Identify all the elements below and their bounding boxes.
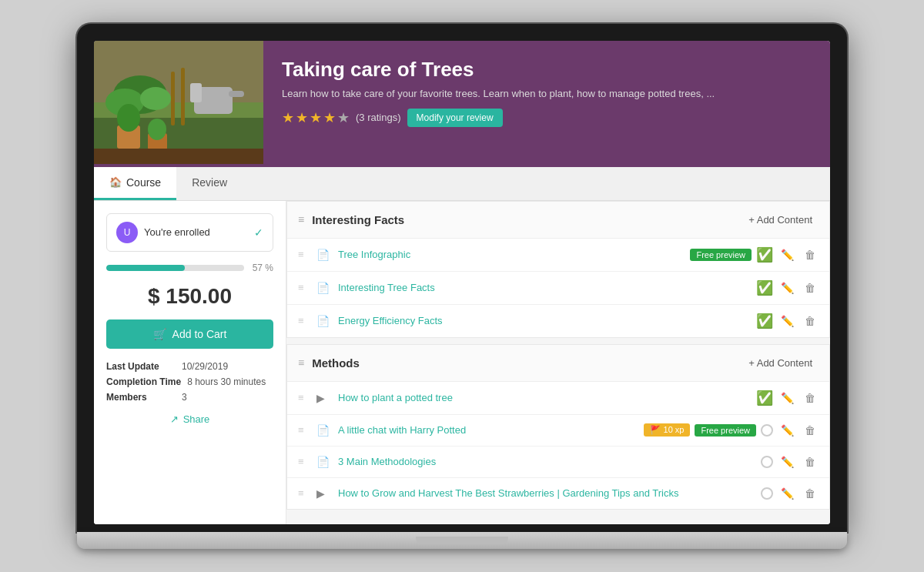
drag-icon[interactable]: ≡ — [298, 487, 310, 499]
progress-bar-track — [106, 265, 244, 271]
drag-icon[interactable]: ≡ — [298, 315, 310, 326]
delete-icon[interactable]: 🗑 — [802, 280, 819, 296]
svg-rect-10 — [181, 68, 185, 125]
content-title-interesting-tree-facts[interactable]: Interesting Tree Facts — [338, 282, 750, 293]
screen: Taking care of Trees Learn how to take c… — [94, 41, 830, 524]
svg-rect-8 — [190, 83, 202, 102]
checkmark-icon: ✓ — [254, 226, 263, 239]
delete-icon[interactable]: 🗑 — [802, 423, 819, 438]
content-actions: 🚩 10 xp Free preview ✏️ 🗑 — [644, 423, 819, 438]
tab-review-label: Review — [192, 176, 227, 189]
meta-members: Members 3 — [106, 392, 273, 403]
list-item: ≡ ▶ How to plant a potted tree ✅ ✏️ 🗑 — [287, 382, 829, 415]
ratings-count: (3 ratings) — [356, 112, 401, 123]
meta-completion-time: Completion Time 8 hours 30 minutes — [106, 376, 273, 387]
drag-icon[interactable]: ≡ — [298, 249, 310, 260]
content-title-tree-infographic[interactable]: Tree Infographic — [338, 249, 684, 260]
edit-icon[interactable]: ✏️ — [778, 313, 797, 329]
svg-rect-15 — [94, 149, 263, 164]
content-title-grow-harvest[interactable]: How to Grow and Harvest The Best Strawbe… — [338, 487, 755, 499]
delete-icon[interactable]: 🗑 — [802, 486, 819, 501]
main-content: U You're enrolled ✓ 57 % $ 150.00 — [94, 201, 830, 524]
section-header-left: ≡ Interesting Facts — [298, 213, 404, 226]
edit-icon[interactable]: ✏️ — [778, 423, 797, 438]
drag-handle-icon[interactable]: ≡ — [298, 213, 304, 226]
add-to-cart-button[interactable]: 🛒 Add to Cart — [106, 319, 273, 349]
svg-rect-7 — [229, 91, 244, 97]
drag-icon[interactable]: ≡ — [298, 424, 310, 436]
sidebar: U You're enrolled ✓ 57 % $ 150.00 — [94, 201, 286, 524]
enrolled-text: You're enrolled — [144, 226, 210, 238]
section-header-interesting-facts: ≡ Interesting Facts + Add Content — [287, 202, 829, 239]
meta-label-completion: Completion Time — [106, 376, 181, 387]
play-icon: ▶ — [316, 487, 332, 500]
edit-icon[interactable]: ✏️ — [778, 247, 797, 263]
incomplete-circle-icon — [761, 456, 773, 468]
content-title-how-to-plant[interactable]: How to plant a potted tree — [338, 392, 750, 403]
content-actions: ✏️ 🗑 — [761, 454, 819, 470]
section-header-methods: ≡ Methods + Add Content — [287, 345, 829, 382]
add-content-button-facts[interactable]: + Add Content — [742, 211, 819, 229]
drag-handle-icon[interactable]: ≡ — [298, 356, 304, 369]
free-preview-badge: Free preview — [695, 424, 756, 437]
meta-label-members: Members — [106, 392, 176, 403]
play-icon: ▶ — [316, 392, 332, 404]
incomplete-circle-icon — [761, 487, 773, 500]
modify-review-button[interactable]: Modify your review — [407, 109, 503, 127]
tab-course[interactable]: 🏠 Course — [94, 167, 176, 200]
content-title-3-methodologies[interactable]: 3 Main Methodologies — [338, 456, 755, 467]
complete-check-icon: ✅ — [756, 313, 773, 329]
progress-bar-fill — [106, 265, 185, 271]
document-icon: 📄 — [316, 424, 332, 437]
section-header-left: ≡ Methods — [298, 356, 360, 370]
star-3: ★ — [310, 109, 322, 126]
add-to-cart-label: Add to Cart — [172, 328, 227, 340]
document-icon: 📄 — [316, 282, 332, 294]
document-icon: 📄 — [316, 249, 332, 261]
section-interesting-facts: ≡ Interesting Facts + Add Content ≡ 📄 Tr… — [286, 201, 830, 338]
free-preview-badge: Free preview — [690, 249, 752, 261]
meta-label-last-update: Last Update — [106, 361, 176, 372]
content-actions: ✅ ✏️ 🗑 — [756, 313, 819, 329]
star-rating: ★ ★ ★ ★ ★ — [282, 109, 350, 126]
meta-value-members: 3 — [182, 392, 187, 403]
star-half: ★ — [323, 109, 336, 126]
drag-icon[interactable]: ≡ — [298, 392, 310, 403]
course-thumbnail — [94, 41, 263, 167]
delete-icon[interactable]: 🗑 — [802, 247, 819, 263]
enrolled-left: U You're enrolled — [116, 222, 210, 243]
star-1: ★ — [282, 109, 294, 126]
content-title-little-chat[interactable]: A little chat with Harry Potted — [338, 424, 638, 436]
edit-icon[interactable]: ✏️ — [778, 486, 797, 501]
svg-point-5 — [140, 87, 171, 110]
share-label: Share — [183, 413, 210, 425]
laptop-notch — [416, 537, 508, 544]
progress-percentage: 57 % — [250, 263, 273, 273]
section-methods: ≡ Methods + Add Content ≡ ▶ How to plant… — [286, 344, 830, 510]
course-page: Taking care of Trees Learn how to take c… — [94, 41, 830, 524]
share-link[interactable]: ↗ Share — [106, 413, 273, 425]
document-icon: 📄 — [316, 315, 332, 327]
drag-icon[interactable]: ≡ — [298, 282, 310, 293]
xp-badge: 🚩 10 xp — [644, 423, 690, 437]
content-actions: Free preview ✅ ✏️ 🗑 — [690, 246, 819, 263]
add-content-button-methods[interactable]: + Add Content — [742, 354, 819, 372]
delete-icon[interactable]: 🗑 — [802, 454, 819, 470]
section-title-methods: Methods — [312, 356, 360, 370]
list-item: ≡ 📄 3 Main Methodologies ✏️ 🗑 — [287, 447, 829, 478]
course-title: Taking care of Trees — [282, 58, 812, 82]
meta-last-update: Last Update 10/29/2019 — [106, 361, 273, 372]
list-item: ≡ 📄 Interesting Tree Facts ✅ ✏️ 🗑 — [287, 272, 829, 305]
content-title-energy-efficiency[interactable]: Energy Efficiency Facts — [338, 315, 750, 326]
edit-icon[interactable]: ✏️ — [778, 280, 797, 296]
tab-review[interactable]: Review — [176, 167, 243, 200]
course-header: Taking care of Trees Learn how to take c… — [94, 41, 830, 167]
delete-icon[interactable]: 🗑 — [802, 390, 819, 406]
drag-icon[interactable]: ≡ — [298, 456, 310, 467]
edit-icon[interactable]: ✏️ — [778, 454, 797, 470]
delete-icon[interactable]: 🗑 — [802, 313, 819, 329]
edit-icon[interactable]: ✏️ — [778, 390, 797, 406]
course-tabs: 🏠 Course Review — [94, 167, 830, 201]
incomplete-circle-icon — [761, 424, 773, 437]
course-meta: Last Update 10/29/2019 Completion Time 8… — [106, 361, 273, 403]
